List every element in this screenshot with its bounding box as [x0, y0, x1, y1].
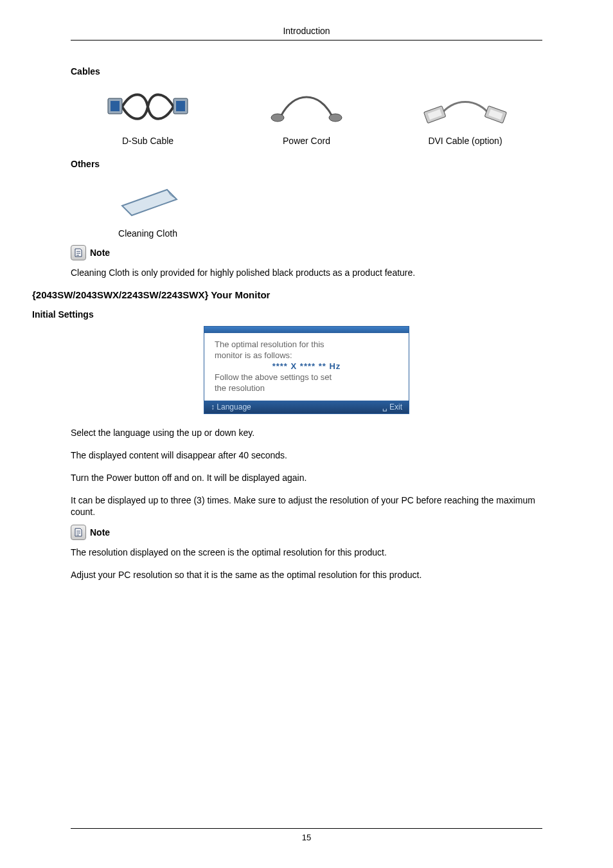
osd-wrap: The optimal resolution for this monitor … — [71, 326, 542, 414]
dvi-cable-image — [401, 84, 529, 129]
osd-line2: monitor is as follows: — [215, 350, 398, 360]
dsub-caption: D-Sub Cable — [84, 136, 212, 146]
note-label-2: Note — [90, 527, 110, 538]
power-cord-image — [242, 84, 371, 129]
cleaning-cloth-caption: Cleaning Cloth — [84, 228, 212, 239]
svg-point-4 — [271, 114, 284, 122]
cleaning-cloth-item: Cleaning Cloth — [84, 177, 212, 239]
osd-body: The optimal resolution for this monitor … — [204, 333, 409, 401]
osd-footer: ↕ Language ␣ Exit — [204, 401, 409, 413]
osd-line4: Follow the above settings to set — [215, 372, 398, 382]
note-row-1: Note — [71, 245, 542, 260]
cable-item-power: Power Cord — [242, 84, 371, 146]
svg-rect-1 — [111, 101, 120, 111]
osd-resolution-line: **** X **** ** Hz — [215, 361, 398, 371]
note-label-1: Note — [90, 248, 110, 258]
cables-heading: Cables — [71, 66, 542, 77]
note-row-2: Note — [71, 525, 542, 540]
page-number: 15 — [302, 833, 311, 842]
others-row: Cleaning Cloth — [84, 177, 529, 239]
para-1: Select the language using the up or down… — [71, 427, 542, 439]
page-container: Introduction Cables D-Sub Cable — [0, 0, 613, 868]
osd-language-hint: ↕ Language — [211, 402, 251, 411]
dvi-caption: DVI Cable (option) — [401, 136, 529, 146]
note-text-1: Cleaning Cloth is only provided for high… — [71, 267, 542, 279]
note-icon — [71, 525, 86, 540]
svg-point-5 — [329, 114, 342, 122]
initial-settings-heading: Initial Settings — [32, 309, 542, 320]
header-rule — [71, 40, 542, 41]
para-2: The displayed content will disappear aft… — [71, 449, 542, 462]
osd-dialog: The optimal resolution for this monitor … — [204, 326, 409, 414]
cleaning-cloth-image — [84, 177, 212, 222]
cable-item-dvi: DVI Cable (option) — [401, 84, 529, 146]
osd-line5: the resolution — [215, 383, 398, 393]
model-heading: {2043SW/2043SWX/2243SW/2243SWX} Your Mon… — [32, 289, 542, 300]
note2-text-1: The resolution displayed on the screen i… — [71, 547, 542, 559]
cables-row: D-Sub Cable Power Cord — [84, 84, 529, 146]
power-caption: Power Cord — [242, 136, 371, 146]
svg-rect-3 — [176, 101, 185, 111]
para-3: Turn the Power button off and on. It wil… — [71, 472, 542, 484]
osd-line1: The optimal resolution for this — [215, 339, 398, 349]
cable-item-dsub: D-Sub Cable — [84, 84, 212, 146]
note2-text-2: Adjust your PC resolution so that it is … — [71, 569, 542, 581]
para-4: It can be displayed up to three (3) time… — [71, 494, 542, 519]
dsub-cable-image — [84, 84, 212, 129]
footer-rule — [71, 828, 542, 829]
page-footer: 15 — [71, 828, 542, 842]
others-heading: Others — [71, 159, 542, 169]
osd-exit-hint: ␣ Exit — [382, 402, 402, 411]
page-header: Introduction — [71, 26, 542, 36]
osd-top-bar — [204, 327, 409, 333]
note-icon — [71, 245, 86, 260]
